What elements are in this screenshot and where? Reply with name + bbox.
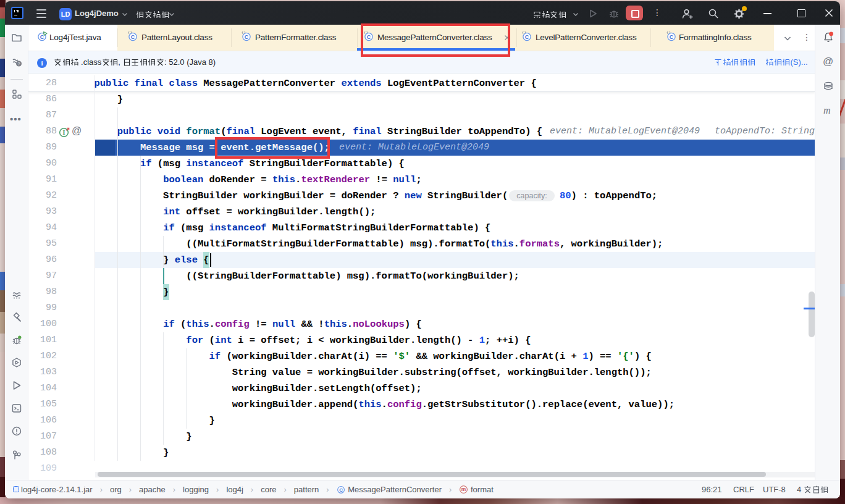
svg-text:I: I	[63, 129, 65, 136]
svg-text:C: C	[525, 34, 529, 40]
svg-text:C: C	[245, 34, 249, 40]
svg-text:m: m	[461, 486, 466, 492]
svg-text:C: C	[339, 487, 343, 493]
svg-text:C: C	[131, 34, 135, 40]
svg-text:?: ?	[17, 61, 20, 67]
svg-text:C: C	[670, 34, 674, 40]
